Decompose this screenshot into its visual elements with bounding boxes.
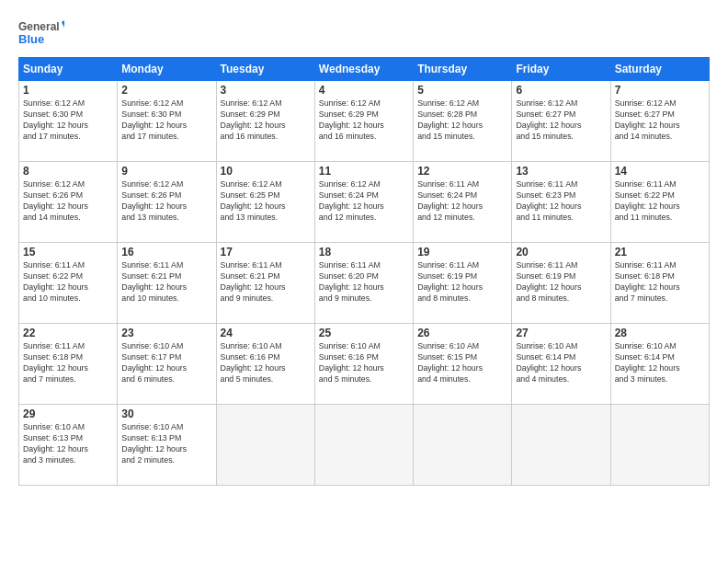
day-info: Sunrise: 6:10 AMSunset: 6:15 PMDaylight:… [417,341,507,385]
day-number: 4 [319,84,409,97]
day-cell-empty [610,405,709,486]
day-cell-26: 26Sunrise: 6:10 AMSunset: 6:15 PMDayligh… [414,324,512,405]
day-info: Sunrise: 6:10 AMSunset: 6:16 PMDaylight:… [319,341,409,385]
calendar-table: SundayMondayTuesdayWednesdayThursdayFrid… [18,57,710,486]
day-number: 13 [516,165,606,178]
day-cell-empty [512,405,610,486]
day-number: 1 [23,84,113,97]
day-cell-29: 29Sunrise: 6:10 AMSunset: 6:13 PMDayligh… [19,405,118,486]
day-number: 8 [23,165,113,178]
day-cell-30: 30Sunrise: 6:10 AMSunset: 6:13 PMDayligh… [118,405,216,486]
day-cell-23: 23Sunrise: 6:10 AMSunset: 6:17 PMDayligh… [118,324,216,405]
day-number: 3 [221,84,311,97]
day-cell-16: 16Sunrise: 6:11 AMSunset: 6:21 PMDayligh… [118,243,216,324]
day-number: 27 [516,327,606,339]
day-number: 29 [23,408,113,420]
week-row-3: 15Sunrise: 6:11 AMSunset: 6:22 PMDayligh… [19,243,710,324]
week-row-5: 29Sunrise: 6:10 AMSunset: 6:13 PMDayligh… [19,405,710,486]
col-header-sunday: Sunday [19,58,118,81]
calendar-header-row: SundayMondayTuesdayWednesdayThursdayFrid… [19,58,710,81]
logo-svg: General Blue [18,17,64,50]
svg-marker-2 [62,18,64,28]
day-cell-empty [314,405,413,486]
day-number: 25 [319,327,409,339]
week-row-4: 22Sunrise: 6:11 AMSunset: 6:18 PMDayligh… [19,324,710,405]
day-number: 12 [417,165,507,178]
day-info: Sunrise: 6:11 AMSunset: 6:22 PMDaylight:… [615,179,705,224]
day-number: 15 [23,246,113,259]
day-info: Sunrise: 6:12 AMSunset: 6:26 PMDaylight:… [23,179,113,224]
day-cell-7: 7Sunrise: 6:12 AMSunset: 6:27 PMDaylight… [610,81,709,162]
day-cell-21: 21Sunrise: 6:11 AMSunset: 6:18 PMDayligh… [610,243,709,324]
day-cell-8: 8Sunrise: 6:12 AMSunset: 6:26 PMDaylight… [19,162,118,243]
day-cell-empty [216,405,314,486]
day-info: Sunrise: 6:12 AMSunset: 6:29 PMDaylight:… [319,98,409,143]
day-info: Sunrise: 6:11 AMSunset: 6:22 PMDaylight:… [23,260,113,304]
day-cell-12: 12Sunrise: 6:11 AMSunset: 6:24 PMDayligh… [414,162,512,243]
page: General Blue SundayMondayTuesdayWednesda… [0,0,728,563]
day-number: 23 [121,327,211,339]
day-info: Sunrise: 6:12 AMSunset: 6:30 PMDaylight:… [121,98,211,143]
svg-text:General: General [18,20,60,33]
day-info: Sunrise: 6:10 AMSunset: 6:13 PMDaylight:… [121,422,211,466]
day-number: 21 [615,246,705,259]
day-cell-13: 13Sunrise: 6:11 AMSunset: 6:23 PMDayligh… [512,162,610,243]
day-info: Sunrise: 6:11 AMSunset: 6:19 PMDaylight:… [516,260,606,304]
day-cell-20: 20Sunrise: 6:11 AMSunset: 6:19 PMDayligh… [512,243,610,324]
col-header-tuesday: Tuesday [216,58,314,81]
day-info: Sunrise: 6:11 AMSunset: 6:21 PMDaylight:… [221,260,311,304]
day-info: Sunrise: 6:10 AMSunset: 6:14 PMDaylight:… [615,341,705,385]
day-info: Sunrise: 6:12 AMSunset: 6:27 PMDaylight:… [615,98,705,143]
day-info: Sunrise: 6:11 AMSunset: 6:18 PMDaylight:… [615,260,705,304]
day-cell-11: 11Sunrise: 6:12 AMSunset: 6:24 PMDayligh… [314,162,413,243]
day-info: Sunrise: 6:12 AMSunset: 6:26 PMDaylight:… [121,179,211,224]
day-info: Sunrise: 6:12 AMSunset: 6:30 PMDaylight:… [23,98,113,143]
day-number: 19 [417,246,507,259]
day-cell-15: 15Sunrise: 6:11 AMSunset: 6:22 PMDayligh… [19,243,118,324]
day-info: Sunrise: 6:10 AMSunset: 6:14 PMDaylight:… [516,341,606,385]
day-number: 6 [516,84,606,97]
week-row-1: 1Sunrise: 6:12 AMSunset: 6:30 PMDaylight… [19,81,710,162]
day-cell-14: 14Sunrise: 6:11 AMSunset: 6:22 PMDayligh… [610,162,709,243]
day-number: 20 [516,246,606,259]
day-info: Sunrise: 6:11 AMSunset: 6:18 PMDaylight:… [23,341,113,385]
day-cell-4: 4Sunrise: 6:12 AMSunset: 6:29 PMDaylight… [314,81,413,162]
day-cell-1: 1Sunrise: 6:12 AMSunset: 6:30 PMDaylight… [19,81,118,162]
day-info: Sunrise: 6:11 AMSunset: 6:21 PMDaylight:… [121,260,211,304]
day-cell-empty [414,405,512,486]
day-info: Sunrise: 6:11 AMSunset: 6:20 PMDaylight:… [319,260,409,304]
col-header-friday: Friday [512,58,610,81]
day-cell-17: 17Sunrise: 6:11 AMSunset: 6:21 PMDayligh… [216,243,314,324]
day-number: 10 [221,165,311,178]
week-row-2: 8Sunrise: 6:12 AMSunset: 6:26 PMDaylight… [19,162,710,243]
day-number: 5 [417,84,507,97]
day-info: Sunrise: 6:10 AMSunset: 6:13 PMDaylight:… [23,422,113,466]
day-cell-19: 19Sunrise: 6:11 AMSunset: 6:19 PMDayligh… [414,243,512,324]
day-number: 2 [121,84,211,97]
col-header-wednesday: Wednesday [314,58,413,81]
day-info: Sunrise: 6:10 AMSunset: 6:16 PMDaylight:… [221,341,311,385]
day-info: Sunrise: 6:11 AMSunset: 6:24 PMDaylight:… [417,179,507,224]
logo: General Blue [18,17,64,50]
day-number: 26 [417,327,507,339]
day-number: 14 [615,165,705,178]
col-header-thursday: Thursday [414,58,512,81]
day-cell-9: 9Sunrise: 6:12 AMSunset: 6:26 PMDaylight… [118,162,216,243]
day-info: Sunrise: 6:10 AMSunset: 6:17 PMDaylight:… [121,341,211,385]
day-number: 11 [319,165,409,178]
day-number: 17 [221,246,311,259]
day-number: 22 [23,327,113,339]
day-info: Sunrise: 6:11 AMSunset: 6:19 PMDaylight:… [417,260,507,304]
day-info: Sunrise: 6:12 AMSunset: 6:27 PMDaylight:… [516,98,606,143]
day-cell-18: 18Sunrise: 6:11 AMSunset: 6:20 PMDayligh… [314,243,413,324]
header: General Blue [18,17,710,50]
day-cell-27: 27Sunrise: 6:10 AMSunset: 6:14 PMDayligh… [512,324,610,405]
day-number: 18 [319,246,409,259]
day-cell-6: 6Sunrise: 6:12 AMSunset: 6:27 PMDaylight… [512,81,610,162]
col-header-saturday: Saturday [610,58,709,81]
day-number: 28 [615,327,705,339]
day-cell-5: 5Sunrise: 6:12 AMSunset: 6:28 PMDaylight… [414,81,512,162]
day-info: Sunrise: 6:12 AMSunset: 6:24 PMDaylight:… [319,179,409,224]
svg-text:Blue: Blue [18,32,44,46]
day-info: Sunrise: 6:12 AMSunset: 6:29 PMDaylight:… [221,98,311,143]
